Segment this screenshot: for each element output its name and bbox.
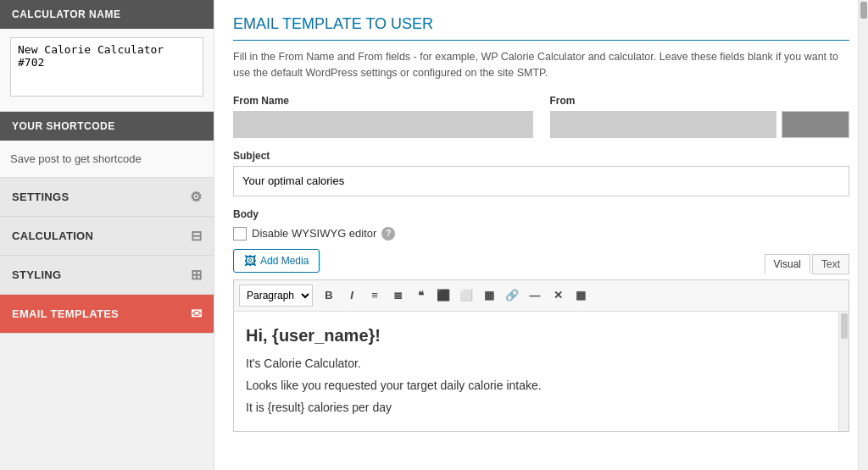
from-input-small[interactable] bbox=[782, 111, 849, 138]
unordered-list-button[interactable]: ≡ bbox=[364, 285, 385, 306]
body-label: Body bbox=[233, 208, 849, 220]
editor-scroll-thumb bbox=[841, 313, 848, 339]
from-input-row bbox=[550, 111, 850, 138]
subject-group: Subject bbox=[233, 150, 849, 196]
editor-body[interactable]: Hi, {user_name}! It's Calorie Calculator… bbox=[234, 312, 849, 431]
bold-button[interactable]: B bbox=[319, 285, 339, 306]
editor-scrollbar[interactable] bbox=[838, 312, 849, 431]
align-right-button[interactable]: ▦ bbox=[479, 285, 499, 306]
shortcode-text: Save post to get shortcode bbox=[10, 152, 203, 165]
calculator-name-section bbox=[0, 29, 214, 112]
email-templates-icon: ✉ bbox=[191, 306, 202, 322]
editor-format-bar: Paragraph B I ≡ ≣ ❝ ⬛ ⬜ ▦ 🔗 — ✕ ▦ bbox=[234, 280, 849, 312]
from-name-group: From Name bbox=[233, 95, 533, 138]
add-media-button[interactable]: 🖼 Add Media bbox=[233, 249, 320, 273]
styling-icon: ⊞ bbox=[191, 267, 202, 283]
settings-icon: ⚙ bbox=[190, 189, 202, 205]
editor-body-wrapper: Hi, {user_name}! It's Calorie Calculator… bbox=[234, 312, 849, 431]
editor-tabs: Visual Text bbox=[765, 254, 849, 274]
editor-line1: It's Calorie Calculator. bbox=[246, 354, 837, 373]
from-name-input[interactable] bbox=[233, 111, 533, 138]
help-icon[interactable]: ? bbox=[381, 227, 395, 241]
sidebar-item-calculation[interactable]: CALCULATION ⊟ bbox=[0, 217, 214, 256]
main-content: EMAIL TEMPLATE TO USER Fill in the From … bbox=[214, 0, 868, 470]
main-scroll-thumb bbox=[860, 2, 867, 19]
fullscreen-button[interactable]: ✕ bbox=[548, 285, 568, 306]
settings-label: SETTINGS bbox=[12, 191, 69, 203]
calculator-name-header: CALCULATOR NAME bbox=[0, 0, 214, 29]
calculator-name-input[interactable] bbox=[10, 37, 203, 97]
blockquote-button[interactable]: ❝ bbox=[410, 285, 431, 306]
add-media-label: Add Media bbox=[260, 255, 309, 267]
calculation-label: CALCULATION bbox=[12, 229, 93, 242]
add-media-icon: 🖼 bbox=[244, 254, 256, 268]
editor-line3: It is {result} calories per day bbox=[246, 398, 837, 417]
page-title: EMAIL TEMPLATE TO USER bbox=[233, 15, 849, 41]
description-text: Fill in the From Name and From fields - … bbox=[233, 49, 849, 81]
sidebar-item-styling[interactable]: STYLING ⊞ bbox=[0, 256, 214, 295]
sidebar-item-settings[interactable]: SETTINGS ⚙ bbox=[0, 178, 214, 217]
align-left-button[interactable]: ⬛ bbox=[433, 285, 453, 306]
body-section: Body Disable WYSIWYG editor ? 🖼 Add Medi… bbox=[233, 208, 849, 432]
from-input[interactable] bbox=[550, 111, 777, 138]
main-scrollbar[interactable] bbox=[858, 0, 868, 470]
editor-toolbar-row: 🖼 Add Media Visual Text bbox=[233, 249, 849, 279]
sidebar-item-email-templates[interactable]: EMAIL TEMPLATES ✉ bbox=[0, 295, 214, 334]
from-label: From bbox=[550, 95, 850, 107]
tab-text[interactable]: Text bbox=[812, 254, 849, 274]
editor-heading: Hi, {user_name}! bbox=[246, 322, 837, 349]
italic-button[interactable]: I bbox=[342, 285, 362, 306]
disable-wysiwyg-checkbox[interactable] bbox=[233, 227, 247, 241]
ordered-list-button[interactable]: ≣ bbox=[387, 285, 408, 306]
shortcode-header: YOUR SHORTCODE bbox=[0, 112, 214, 141]
from-row: From Name From bbox=[233, 95, 849, 138]
wysiwyg-row: Disable WYSIWYG editor ? bbox=[233, 227, 849, 241]
hr-button[interactable]: — bbox=[525, 285, 545, 306]
align-center-button[interactable]: ⬜ bbox=[456, 285, 476, 306]
editor-line2: Looks like you requested your target dai… bbox=[246, 376, 837, 395]
tab-visual[interactable]: Visual bbox=[765, 254, 810, 274]
calculation-icon: ⊟ bbox=[191, 228, 202, 244]
subject-label: Subject bbox=[233, 150, 849, 162]
sidebar: CALCULATOR NAME YOUR SHORTCODE Save post… bbox=[0, 0, 214, 470]
subject-input[interactable] bbox=[233, 166, 849, 196]
email-templates-label: EMAIL TEMPLATES bbox=[12, 307, 119, 320]
table-button[interactable]: ▦ bbox=[570, 285, 591, 306]
editor-container: Paragraph B I ≡ ≣ ❝ ⬛ ⬜ ▦ 🔗 — ✕ ▦ bbox=[233, 279, 849, 432]
disable-wysiwyg-label: Disable WYSIWYG editor bbox=[252, 227, 376, 240]
paragraph-select[interactable]: Paragraph bbox=[239, 285, 313, 307]
from-name-label: From Name bbox=[233, 95, 533, 107]
shortcode-section: Save post to get shortcode bbox=[0, 141, 214, 178]
link-button[interactable]: 🔗 bbox=[502, 285, 522, 306]
styling-label: STYLING bbox=[12, 268, 61, 281]
from-group: From bbox=[550, 95, 850, 138]
main-inner: EMAIL TEMPLATE TO USER Fill in the From … bbox=[214, 0, 868, 470]
